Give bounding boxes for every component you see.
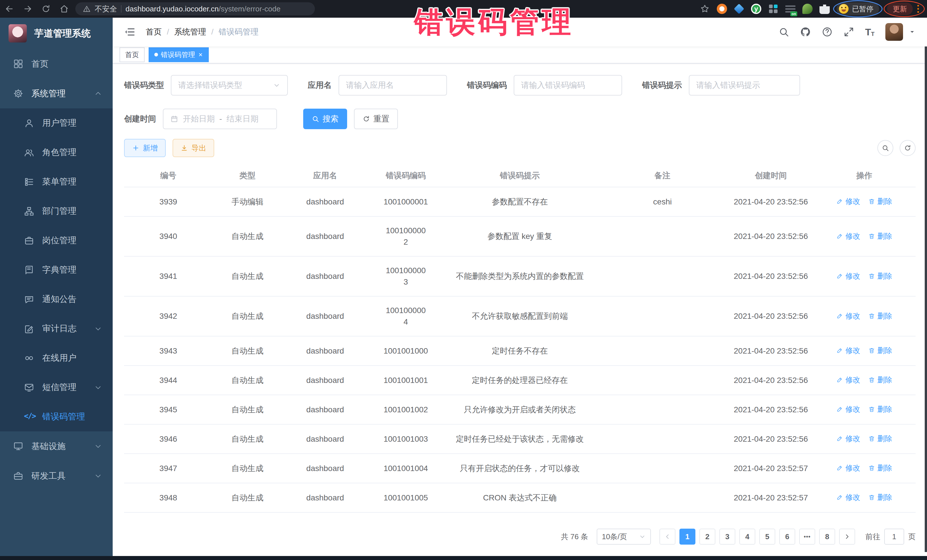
edit-link[interactable]: 修改 [836, 433, 860, 444]
font-size-icon[interactable]: TT [865, 27, 874, 37]
browser-menu-kebab-icon[interactable] [915, 4, 921, 14]
app-logo-row[interactable]: 芋道管理系统 [0, 18, 112, 49]
search-button[interactable]: 搜索 [303, 109, 347, 129]
edit-link[interactable]: 修改 [836, 196, 860, 207]
reset-button[interactable]: 重置 [354, 109, 398, 129]
delete-link[interactable]: 删除 [868, 492, 892, 503]
sidebar-item-user-management[interactable]: 用户管理 [0, 108, 112, 138]
extension-icon-4[interactable] [768, 4, 778, 14]
edit-link[interactable]: 修改 [836, 270, 860, 282]
page-button-3[interactable]: 3 [719, 529, 736, 545]
sidebar-item-dev-tools[interactable]: 研发工具 [0, 461, 112, 491]
page-button-8[interactable]: 8 [819, 529, 835, 545]
sidebar: 芋道管理系统 首页系统管理用户管理角色管理菜单管理部门管理岗位管理字典管理通知公… [0, 18, 112, 556]
page-size-select[interactable]: 10条/页 [597, 529, 651, 545]
extension-icon-5[interactable]: on [785, 4, 795, 14]
refresh-table-button[interactable] [900, 140, 916, 156]
browser-update-button[interactable]: 更新 [887, 3, 913, 15]
tag-home[interactable]: 首页 [120, 47, 144, 62]
cell-operations: 修改删除 [813, 366, 916, 395]
error-type-select[interactable]: 请选择错误码类型 [171, 75, 288, 96]
page-button-6[interactable]: 6 [779, 529, 795, 545]
delete-link[interactable]: 删除 [868, 231, 892, 242]
create-time-range-picker[interactable]: 开始日期 - 结束日期 [163, 109, 277, 129]
edit-link[interactable]: 修改 [836, 231, 860, 242]
hamburger-icon[interactable] [124, 26, 135, 38]
edit-link[interactable]: 修改 [836, 374, 860, 385]
edit-link[interactable]: 修改 [836, 492, 860, 503]
browser-profile-chip[interactable]: 已暂停 [837, 2, 879, 15]
sidebar-item-error-code-management[interactable]: </>错误码管理 [0, 402, 112, 431]
app-name-input[interactable] [339, 75, 447, 96]
edit-link[interactable]: 修改 [836, 345, 860, 356]
sidebar-item-notice-announcement[interactable]: 通知公告 [0, 285, 112, 314]
tag-close-icon[interactable]: × [198, 51, 203, 58]
sidebar-item-menu-management[interactable]: 菜单管理 [0, 167, 112, 196]
address-bar[interactable]: 不安全 dashboard.yudao.iocoder.cn/system/er… [75, 2, 315, 15]
cell-operations: 修改删除 [813, 395, 916, 424]
user-avatar[interactable] [885, 23, 903, 41]
next-page-button[interactable] [839, 529, 855, 545]
add-button[interactable]: 新增 [124, 139, 166, 157]
delete-link[interactable]: 删除 [868, 462, 892, 473]
extensions-puzzle-icon[interactable] [819, 4, 830, 14]
extension-icon-2[interactable] [734, 4, 745, 14]
edit-link[interactable]: 修改 [836, 462, 860, 473]
sidebar-item-home[interactable]: 首页 [0, 49, 112, 79]
sidebar-item-audit-log[interactable]: 审计日志 [0, 314, 112, 343]
sidebar-item-infrastructure[interactable]: 基础设施 [0, 431, 112, 461]
sidebar-item-dept-management[interactable]: 部门管理 [0, 196, 112, 226]
page-button-5[interactable]: 5 [759, 529, 775, 545]
github-icon[interactable] [800, 27, 811, 37]
page-more-button[interactable]: ••• [799, 529, 815, 545]
back-icon[interactable] [5, 4, 14, 14]
edit-link-label: 修改 [845, 231, 860, 242]
toggle-search-button[interactable] [877, 140, 894, 156]
sidebar-item-sms-management[interactable]: 短信管理 [0, 373, 112, 402]
prev-page-button[interactable] [660, 529, 675, 545]
bookmark-star-icon[interactable] [700, 4, 710, 14]
help-icon[interactable] [822, 27, 833, 37]
sidebar-item-role-management[interactable]: 角色管理 [0, 138, 112, 167]
tag-error-code[interactable]: 错误码管理× [149, 47, 209, 62]
extension-icon-6[interactable] [802, 4, 813, 14]
breadcrumb-system[interactable]: 系统管理 [174, 27, 206, 37]
page-button-1[interactable]: 1 [679, 529, 695, 545]
goto-page-input[interactable] [884, 529, 904, 545]
delete-link[interactable]: 删除 [868, 433, 892, 444]
edit-link[interactable]: 修改 [836, 404, 860, 415]
avatar-caret-icon[interactable] [909, 29, 916, 35]
cell-memo [596, 256, 729, 296]
url-host: dashboard.yudao.iocoder.cn [126, 5, 219, 13]
delete-link[interactable]: 删除 [868, 310, 892, 322]
extension-icon-1[interactable] [717, 4, 727, 14]
page-button-4[interactable]: 4 [739, 529, 755, 545]
cell-type: 自动生成 [213, 256, 283, 296]
forward-icon[interactable] [23, 4, 32, 14]
sidebar-item-online-user[interactable]: 在线用户 [0, 343, 112, 373]
edit-link[interactable]: 修改 [836, 310, 860, 322]
export-button[interactable]: 导出 [173, 139, 214, 157]
page-button-2[interactable]: 2 [699, 529, 715, 545]
sidebar-item-post-management[interactable]: 岗位管理 [0, 226, 112, 255]
breadcrumb-home[interactable]: 首页 [146, 27, 162, 37]
fullscreen-icon[interactable] [843, 27, 854, 37]
edit-link-label: 修改 [845, 404, 860, 415]
cell-time: 2021-04-20 23:52:57 [729, 454, 813, 483]
delete-link[interactable]: 删除 [868, 404, 892, 415]
error-msg-input[interactable] [689, 75, 800, 96]
delete-link[interactable]: 删除 [868, 270, 892, 282]
sidebar-item-dict-management[interactable]: 字典管理 [0, 255, 112, 285]
delete-link[interactable]: 删除 [868, 374, 892, 385]
delete-link[interactable]: 删除 [868, 196, 892, 207]
security-label[interactable]: 不安全 [95, 4, 117, 14]
error-code-input[interactable] [514, 75, 622, 96]
search-icon[interactable] [778, 27, 789, 37]
column-header-3: 错误码编码 [368, 164, 444, 187]
sidebar-item-system-management[interactable]: 系统管理 [0, 79, 112, 108]
url-text[interactable]: dashboard.yudao.iocoder.cn/system/error-… [126, 5, 280, 14]
delete-link[interactable]: 删除 [868, 345, 892, 356]
reload-icon[interactable] [41, 4, 51, 14]
extension-icon-3[interactable]: y [751, 4, 761, 14]
home-icon[interactable] [59, 4, 69, 14]
